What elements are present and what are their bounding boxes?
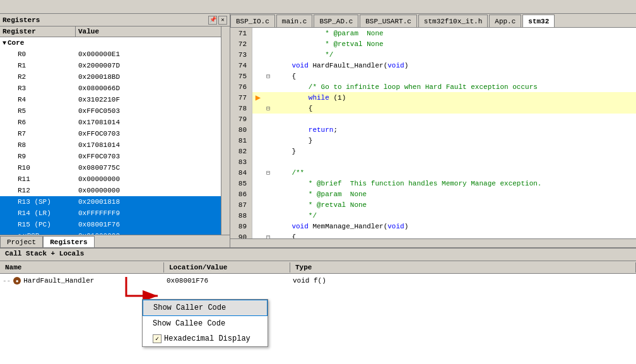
reg-row[interactable]: ⊕xPSR 0x01000003 xyxy=(0,230,221,235)
line-number: 78 xyxy=(230,103,252,114)
reg-row[interactable]: R2 0x200018BD xyxy=(0,71,221,83)
reg-scrollbar[interactable] xyxy=(221,37,230,235)
collapse-marker[interactable] xyxy=(264,199,273,210)
line-number: 88 xyxy=(230,210,252,221)
collapse-marker[interactable]: ⊟ xyxy=(264,167,273,178)
context-menu-item-2[interactable]: ✓ Hexadecimal Display xyxy=(143,331,268,346)
collapse-marker[interactable] xyxy=(264,124,273,135)
code-tab-main_c[interactable]: main.c xyxy=(276,15,313,27)
pin-button[interactable]: 📌 xyxy=(208,16,217,25)
reg-value: 0x17081014 xyxy=(76,119,221,126)
reg-row[interactable]: R7 0xFFOC0703 xyxy=(0,128,221,139)
callstack-columns: Name Location/Value Type xyxy=(0,261,636,274)
bottom-tab-project[interactable]: Project xyxy=(0,236,43,247)
reg-name: R3 xyxy=(0,85,76,92)
collapse-marker[interactable]: ⊟ xyxy=(264,71,273,81)
reg-value: 0x00000000 xyxy=(76,187,221,194)
collapse-marker[interactable] xyxy=(264,146,273,156)
reg-name: R12 xyxy=(0,187,76,194)
line-number: 87 xyxy=(230,199,252,210)
bottom-tab-registers[interactable]: Registers xyxy=(43,236,94,247)
collapse-marker[interactable] xyxy=(264,156,273,167)
line-number: 84 xyxy=(230,167,252,178)
reg-row[interactable]: R8 0x17081014 xyxy=(0,139,221,151)
line-number: 90 xyxy=(230,232,252,238)
code-tab-BSP_USART_c[interactable]: BSP_USART.c xyxy=(360,15,417,27)
code-line: 81 } xyxy=(230,135,636,146)
reg-name: R9 xyxy=(0,153,76,160)
collapse-marker[interactable] xyxy=(264,189,273,199)
reg-value: 0xFF0C0503 xyxy=(76,107,221,115)
context-menu-item-1[interactable]: Show Callee Code xyxy=(143,316,268,331)
code-line: 74 void HardFault_Handler(void) xyxy=(230,60,636,71)
reg-value: 0x00000000 xyxy=(76,175,221,183)
line-number: 81 xyxy=(230,135,252,146)
reg-row[interactable]: R12 0x00000000 xyxy=(0,185,221,196)
collapse-marker[interactable] xyxy=(264,92,273,103)
collapse-marker[interactable] xyxy=(264,210,273,221)
reg-row[interactable]: R11 0x00000000 xyxy=(0,173,221,185)
line-number: 74 xyxy=(230,60,252,71)
code-content: void HardFault_Handler(void) xyxy=(273,62,636,69)
code-content: */ xyxy=(273,51,636,59)
ctx-item-label: Show Callee Code xyxy=(153,319,225,328)
code-line: 79 xyxy=(230,114,636,124)
code-content: /* Go to infinite loop when Hard Fault e… xyxy=(273,83,636,91)
collapse-marker[interactable] xyxy=(264,114,273,124)
code-tab-App_c[interactable]: App.c xyxy=(489,15,521,27)
reg-row[interactable]: R14 (LR) 0xFFFFFFF9 xyxy=(0,208,221,219)
reg-row[interactable]: R5 0xFF0C0503 xyxy=(0,105,221,117)
reg-row[interactable]: R1 0x2000007D xyxy=(0,60,221,71)
code-line: 77▶ while (1) xyxy=(230,92,636,103)
collapse-marker[interactable] xyxy=(264,221,273,232)
collapse-marker[interactable]: ⊟ xyxy=(264,232,273,238)
reg-name: R10 xyxy=(0,164,76,172)
collapse-marker[interactable] xyxy=(264,135,273,146)
collapse-marker[interactable] xyxy=(264,28,273,38)
reg-header-value: Value xyxy=(76,26,221,37)
reg-name: R11 xyxy=(0,175,76,183)
code-line: 75⊟ { xyxy=(230,71,636,81)
code-tab-stm32f10x_it_h[interactable]: stm32f10x_it.h xyxy=(418,15,488,27)
collapse-marker[interactable] xyxy=(264,38,273,49)
code-tab-BSP_IO_c[interactable]: BSP_IO.c xyxy=(230,15,275,27)
collapse-marker[interactable]: ⊟ xyxy=(264,103,273,114)
reg-value: 0xFFFFFFF9 xyxy=(76,209,221,217)
collapse-marker[interactable] xyxy=(264,81,273,92)
reg-row[interactable]: R6 0x17081014 xyxy=(0,117,221,128)
reg-group-core[interactable]: ▼Core xyxy=(0,37,221,49)
line-number: 71 xyxy=(230,28,252,38)
bottom-tabs: ProjectRegisters xyxy=(0,235,230,247)
reg-row[interactable]: R4 0x3102210F xyxy=(0,94,221,105)
code-line: 78⊟ { xyxy=(230,103,636,114)
reg-row[interactable]: R9 0xFF0C0703 xyxy=(0,151,221,162)
code-tab-BSP_AD_c[interactable]: BSP_AD.c xyxy=(314,15,358,27)
collapse-marker[interactable] xyxy=(264,178,273,189)
code-content: * @brief This function handles Memory Ma… xyxy=(273,180,636,187)
reg-row[interactable]: R13 (SP) 0x20001818 xyxy=(0,196,221,208)
context-menu-item-0[interactable]: Show Caller Code xyxy=(143,300,268,316)
reg-row[interactable]: R10 0x0800775C xyxy=(0,162,221,173)
code-tab-stm32[interactable]: stm32 xyxy=(522,15,555,27)
reg-row[interactable]: R3 0x0800066D xyxy=(0,83,221,94)
reg-value: 0x0800775C xyxy=(76,164,221,172)
line-number: 85 xyxy=(230,178,252,189)
scrollbar-top[interactable] xyxy=(221,26,230,37)
code-content: * @retval None xyxy=(273,40,636,48)
horiz-scrollbar[interactable] xyxy=(230,238,636,247)
close-button[interactable]: ✕ xyxy=(218,16,227,25)
collapse-marker[interactable] xyxy=(264,49,273,60)
reg-name: R7 xyxy=(0,130,76,138)
code-area[interactable]: 71 * @param None72 * @retval None73 */74… xyxy=(230,28,636,238)
reg-row[interactable]: R15 (PC) 0x08001F76 xyxy=(0,219,221,230)
reg-value: 0x200018BD xyxy=(76,73,221,81)
callstack-row[interactable]: -- ● HardFault_Handler 0x08001F76 void f… xyxy=(0,274,636,288)
reg-name: R1 xyxy=(0,62,76,69)
ctx-checkbox: ✓ xyxy=(153,334,162,343)
code-content: /** xyxy=(273,169,636,177)
code-content: } xyxy=(273,148,636,155)
reg-row[interactable]: R0 0x000000E1 xyxy=(0,49,221,60)
collapse-marker[interactable] xyxy=(264,60,273,71)
ctx-item-label: Show Caller Code xyxy=(153,303,226,312)
registers-title: Registers xyxy=(3,16,40,24)
